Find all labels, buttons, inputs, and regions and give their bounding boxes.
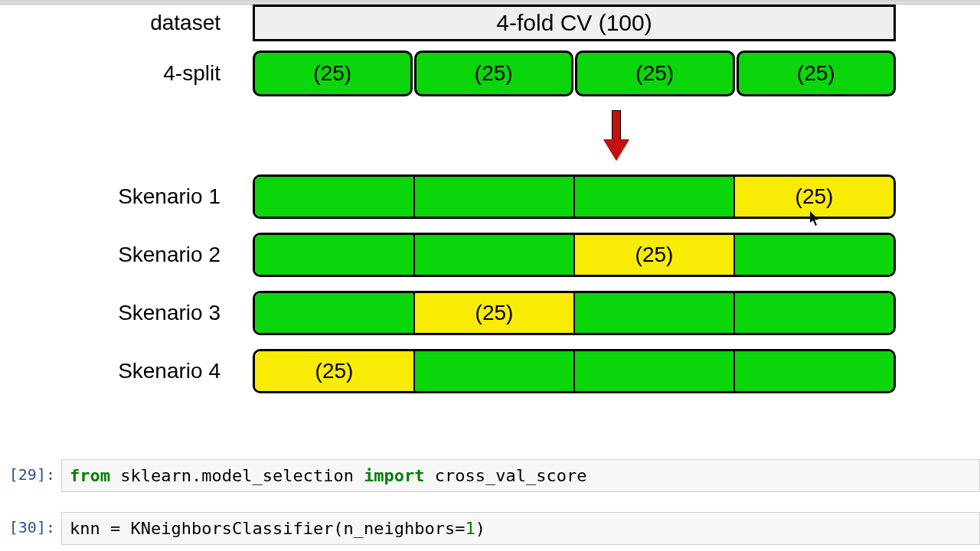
scenario-bar: (25): [253, 349, 896, 393]
cell-prompt: [29]:: [6, 459, 61, 484]
train-fold: [255, 293, 415, 333]
split-row: 4-split (25) (25) (25) (25): [0, 51, 980, 96]
test-fold: (25): [415, 293, 575, 333]
train-fold: [255, 177, 415, 217]
train-fold: [735, 293, 893, 333]
train-fold: [575, 293, 735, 333]
split-label: 4-split: [0, 61, 253, 86]
scenario-bar: (25): [253, 174, 896, 219]
train-fold: [415, 235, 575, 275]
code-token: sklearn.model_selection: [120, 466, 364, 485]
train-fold: [735, 235, 893, 275]
split-seg-0: (25): [253, 51, 413, 96]
train-fold: [255, 235, 415, 275]
scenario-label: Skenario 2: [0, 243, 253, 267]
train-fold: [415, 351, 575, 391]
split-seg-1: (25): [414, 51, 574, 96]
scenario-bar: (25): [253, 233, 896, 277]
code-token: import: [364, 466, 435, 485]
code-input[interactable]: knn = KNeighborsClassifier(n_neighbors=1…: [61, 512, 980, 545]
scenario-row-2: Skenario 2(25): [0, 233, 980, 277]
code-token: ): [475, 519, 485, 538]
train-fold: [575, 177, 735, 217]
code-token: from: [70, 466, 120, 485]
scenario-row-1: Skenario 1(25): [0, 174, 980, 219]
train-fold: [575, 351, 735, 391]
scenario-label: Skenario 1: [0, 184, 253, 209]
scenario-row-4: Skenario 4(25): [0, 349, 980, 393]
scenario-label: Skenario 3: [0, 301, 253, 325]
dataset-label: dataset: [0, 11, 253, 35]
test-fold: (25): [735, 177, 893, 217]
test-fold: (25): [255, 351, 415, 391]
split-seg-2: (25): [575, 51, 735, 96]
down-arrow-icon: [606, 110, 626, 162]
dataset-box: 4-fold CV (100): [253, 5, 896, 41]
code-token: 1: [466, 519, 475, 538]
code-token: knn = KNeighborsClassifier(n_neighbors=: [70, 519, 466, 538]
scenario-label: Skenario 4: [0, 359, 253, 383]
train-fold: [415, 177, 575, 217]
scenario-row-3: Skenario 3(25): [0, 291, 980, 335]
notebook-cells: [29]:from sklearn.model_selection import…: [6, 459, 980, 551]
code-token: cross_val_score: [435, 466, 587, 485]
scenario-bar: (25): [253, 291, 896, 335]
dataset-row: dataset 4-fold CV (100): [0, 5, 980, 41]
cell-prompt: [30]:: [6, 512, 61, 536]
code-cell[interactable]: [30]:knn = KNeighborsClassifier(n_neighb…: [6, 512, 980, 545]
cv-diagram: dataset 4-fold CV (100) 4-split (25) (25…: [0, 5, 980, 407]
code-input[interactable]: from sklearn.model_selection import cros…: [61, 459, 980, 492]
test-fold: (25): [575, 235, 735, 275]
split-seg-3: (25): [737, 51, 897, 96]
train-fold: [735, 351, 893, 391]
arrow-row: [0, 110, 980, 162]
split-segments: (25) (25) (25) (25): [253, 51, 896, 96]
code-cell[interactable]: [29]:from sklearn.model_selection import…: [6, 459, 980, 492]
